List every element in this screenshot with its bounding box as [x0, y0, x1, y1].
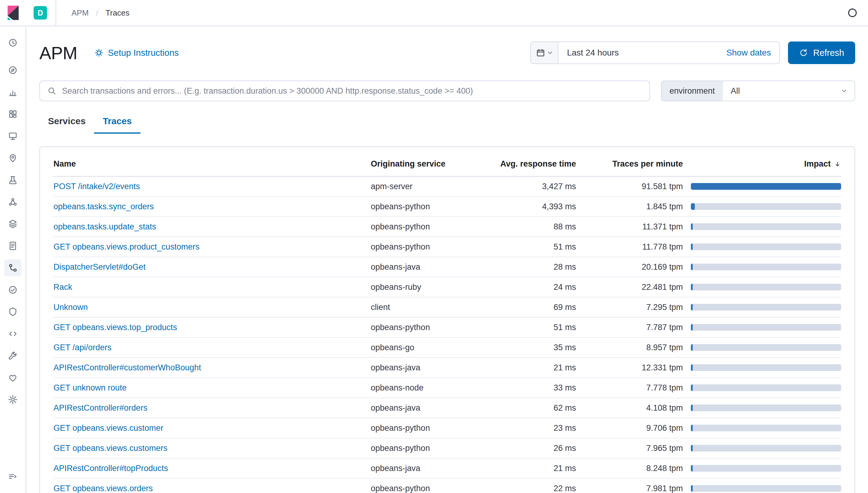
sidebar-collapse-button[interactable] [0, 466, 26, 488]
uptime-icon [8, 285, 18, 295]
search-bar[interactable] [39, 81, 650, 101]
sidebar-item-siem[interactable] [0, 301, 26, 323]
refresh-button[interactable]: Refresh [788, 42, 855, 64]
app-sidebar [0, 27, 26, 493]
breadcrumb-apm[interactable]: APM [72, 8, 88, 18]
impact-bar-fill [691, 324, 693, 331]
trace-name-link[interactable]: DispatcherServlet#doGet [54, 262, 146, 272]
header-divider [56, 0, 56, 26]
sidebar-item-logs[interactable] [0, 235, 26, 257]
sidebar-item-maps[interactable] [0, 147, 26, 169]
sidebar-item-code[interactable] [0, 323, 26, 345]
trace-name-link[interactable]: POST /intake/v2/events [54, 182, 140, 191]
trace-name-link[interactable]: opbeans.tasks.sync_orders [54, 202, 154, 211]
table-row: GET opbeans.views.customers opbeans-pyth… [54, 438, 841, 458]
impact-cell [683, 465, 841, 472]
impact-cell [683, 425, 841, 431]
avg-response-time-cell: 28 ms [487, 262, 576, 272]
column-header-traces-per-minute[interactable]: Traces per minute [576, 159, 683, 169]
management-gear-icon [8, 394, 18, 405]
impact-bar-fill [691, 263, 693, 270]
impact-bar-fill [691, 203, 695, 210]
tab-traces[interactable]: Traces [94, 112, 140, 134]
impact-cell [683, 405, 841, 411]
canvas-icon [8, 131, 18, 141]
column-header-avg-response-time[interactable]: Avg. response time [487, 159, 576, 169]
sidebar-item-recent[interactable] [0, 34, 26, 51]
traces-per-minute-cell: 1.845 tpm [576, 202, 683, 211]
trace-name-link[interactable]: APIRestController#customerWhoBought [54, 363, 201, 372]
trace-name-link[interactable]: GET opbeans.views.orders [54, 484, 153, 493]
sidebar-item-discover[interactable] [0, 59, 26, 81]
gear-icon [94, 48, 103, 57]
trace-name-link[interactable]: GET opbeans.views.product_customers [54, 242, 199, 251]
sidebar-item-graph[interactable] [0, 191, 26, 213]
column-header-originating-service[interactable]: Originating service [371, 159, 487, 169]
sidebar-item-infrastructure[interactable] [0, 213, 26, 235]
trace-name-link[interactable]: APIRestController#topProducts [54, 464, 168, 473]
sidebar-item-management[interactable] [0, 389, 26, 411]
show-dates-link[interactable]: Show dates [726, 48, 780, 58]
sidebar-item-visualize[interactable] [0, 81, 26, 103]
siem-shield-icon [8, 306, 18, 317]
sidebar-item-canvas[interactable] [0, 125, 26, 147]
page-header: APM Setup Instructions Last 24 hours Sho… [39, 42, 855, 64]
trace-name-link[interactable]: GET opbeans.views.top_products [54, 323, 177, 332]
traces-per-minute-cell: 7.981 tpm [576, 484, 683, 493]
originating-service-cell: opbeans-python [371, 242, 487, 252]
sidebar-item-uptime[interactable] [0, 279, 26, 301]
sidebar-item-apm[interactable] [0, 257, 26, 279]
setup-instructions-link[interactable]: Setup Instructions [94, 48, 179, 58]
trace-name-link[interactable]: Unknown [54, 303, 88, 312]
trace-name-link[interactable]: opbeans.tasks.update_stats [54, 222, 156, 231]
avg-response-time-cell: 33 ms [487, 383, 576, 393]
impact-bar-track [691, 465, 841, 472]
trace-name-link[interactable]: GET unknown route [54, 383, 127, 392]
impact-bar-fill [691, 445, 693, 451]
impact-bar-fill [691, 344, 693, 351]
impact-bar-track [691, 263, 841, 270]
trace-name-link[interactable]: GET opbeans.views.customer [54, 424, 163, 433]
avg-response-time-cell: 4,393 ms [487, 202, 576, 211]
trace-name-link[interactable]: GET opbeans.views.customers [54, 444, 167, 453]
trace-name-link[interactable]: GET /api/orders [54, 343, 112, 352]
table-row: opbeans.tasks.sync_orders opbeans-python… [54, 197, 841, 217]
kibana-logo[interactable] [0, 5, 26, 20]
sidebar-item-monitoring[interactable] [0, 367, 26, 389]
trace-name-link[interactable]: APIRestController#orders [54, 403, 147, 412]
impact-bar-track [691, 445, 841, 451]
breadcrumb-separator: / [96, 8, 98, 18]
traces-per-minute-cell: 9.706 tpm [576, 424, 683, 433]
traces-per-minute-cell: 11.778 tpm [576, 242, 683, 252]
sidebar-item-dashboard[interactable] [0, 103, 26, 125]
table-row: APIRestController#orders opbeans-java 62… [54, 398, 841, 418]
sidebar-item-machine-learning[interactable] [0, 169, 26, 191]
filter-row: environment All [39, 81, 855, 101]
help-icon[interactable] [847, 7, 858, 19]
impact-cell [683, 364, 841, 371]
date-quick-select-button[interactable] [531, 42, 558, 63]
apm-icon [8, 263, 18, 273]
impact-bar-fill [691, 384, 693, 391]
sidebar-item-dev-tools[interactable] [0, 345, 26, 367]
environment-filter-label: environment [662, 81, 723, 101]
impact-bar-track [691, 243, 841, 250]
originating-service-cell: opbeans-java [371, 363, 487, 372]
date-picker: Last 24 hours Show dates [530, 42, 780, 64]
originating-service-cell: opbeans-python [371, 444, 487, 453]
column-header-name[interactable]: Name [54, 159, 371, 169]
impact-cell [683, 384, 841, 391]
column-header-impact[interactable]: Impact [683, 159, 841, 169]
refresh-icon [799, 48, 808, 57]
time-range-value[interactable]: Last 24 hours [558, 48, 619, 58]
originating-service-cell: opbeans-python [371, 323, 487, 332]
table-row: APIRestController#topProducts opbeans-ja… [54, 458, 841, 479]
traces-per-minute-cell: 12.331 tpm [576, 363, 683, 372]
environment-filter[interactable]: environment All [661, 81, 855, 101]
search-input[interactable] [62, 86, 642, 96]
tab-services[interactable]: Services [39, 112, 94, 134]
impact-bar-fill [691, 465, 693, 472]
trace-name-link[interactable]: Rack [54, 282, 73, 292]
impact-cell [683, 203, 841, 210]
space-avatar[interactable]: D [34, 6, 47, 20]
